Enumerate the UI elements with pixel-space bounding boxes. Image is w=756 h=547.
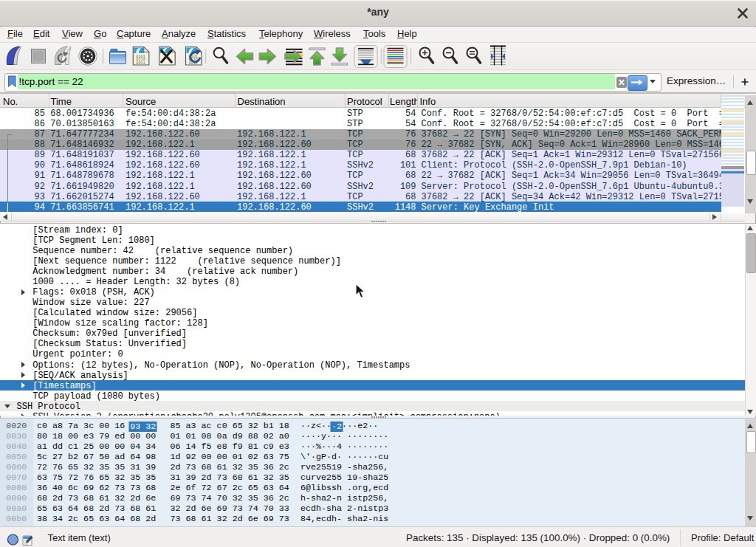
svg-text:0011: 0011 <box>136 61 145 66</box>
